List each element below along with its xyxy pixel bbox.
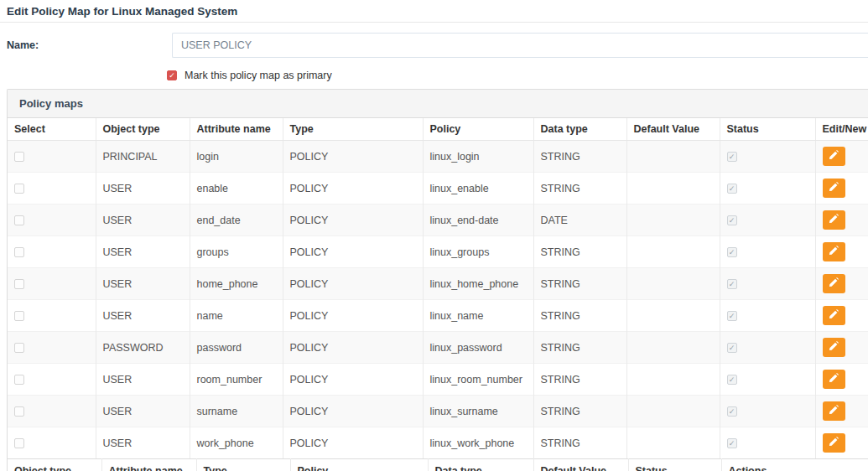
cell-type: POLICY	[283, 204, 423, 236]
panel-title: Policy maps	[8, 90, 868, 118]
cell-type: POLICY	[283, 332, 423, 364]
cell-object-type: USER	[96, 236, 190, 268]
pencil-icon	[829, 150, 839, 163]
edit-row-button[interactable]	[823, 401, 845, 421]
cell-data-type: STRING	[533, 173, 626, 204]
cell-policy: linux_name	[423, 300, 533, 332]
cell-object-type: USER	[96, 364, 190, 396]
cell-policy: linux_work_phone	[423, 427, 533, 459]
name-input[interactable]	[172, 33, 868, 58]
pencil-icon	[829, 373, 839, 386]
column-header: Attribute name	[101, 459, 196, 471]
cell-attribute-name: room_number	[190, 364, 283, 396]
row-select-checkbox[interactable]	[14, 215, 24, 225]
name-field-row: Name:	[7, 33, 868, 58]
new-form-header-row: Object typeAttribute nameTypePolicyData …	[8, 459, 868, 471]
row-select-checkbox[interactable]	[14, 406, 24, 417]
column-header: Data type	[533, 118, 626, 141]
cell-type: POLICY	[283, 300, 423, 332]
cell-data-type: STRING	[533, 427, 626, 459]
cell-attribute-name: home_phone	[190, 268, 283, 300]
column-header: Default Value	[533, 459, 628, 471]
name-label: Name:	[7, 33, 172, 51]
cell-default-value	[626, 300, 720, 332]
edit-row-button[interactable]	[823, 179, 845, 198]
row-status-checkbox: ✓	[727, 247, 737, 257]
row-select-checkbox[interactable]	[14, 375, 24, 385]
cell-policy: linux_login	[423, 141, 533, 173]
cell-type: POLICY	[283, 141, 423, 173]
row-status-checkbox: ✓	[727, 406, 737, 417]
cell-object-type: USER	[96, 300, 190, 332]
page-title: Edit Policy Map for Linux Managed System	[7, 5, 237, 18]
cell-data-type: STRING	[533, 396, 626, 427]
row-select-checkbox[interactable]	[14, 279, 24, 289]
row-status-checkbox: ✓	[727, 375, 737, 385]
edit-row-button[interactable]	[823, 147, 845, 166]
cell-type: POLICY	[283, 364, 423, 396]
cell-object-type: USER	[96, 268, 190, 300]
title-bar: Edit Policy Map for Linux Managed System	[0, 0, 868, 23]
column-header: Data type	[428, 459, 533, 471]
cell-policy: linux_groups	[423, 236, 533, 268]
column-header: Policy	[290, 459, 428, 471]
new-mapping-form-table: Object typeAttribute nameTypePolicyData …	[8, 458, 868, 471]
cell-default-value	[626, 427, 720, 459]
primary-checkbox-label: Mark this policy map as primary	[185, 70, 332, 81]
cell-data-type: DATE	[533, 204, 626, 236]
table-row: USER end_date POLICY linux_end-date DATE…	[8, 204, 868, 236]
row-status-checkbox: ✓	[727, 311, 737, 321]
column-header: Select	[8, 118, 96, 141]
row-select-checkbox[interactable]	[14, 343, 24, 353]
cell-attribute-name: surname	[190, 396, 283, 427]
pencil-icon	[829, 437, 839, 449]
cell-object-type: USER	[96, 396, 190, 427]
table-header-row: SelectObject typeAttribute nameTypePolic…	[8, 118, 868, 141]
cell-default-value	[626, 204, 720, 236]
cell-policy: linux_surname	[423, 396, 533, 427]
pencil-icon	[829, 246, 839, 258]
row-select-checkbox[interactable]	[14, 184, 24, 194]
row-select-checkbox[interactable]	[14, 152, 24, 162]
cell-attribute-name: login	[190, 141, 283, 173]
table-row: USER groups POLICY linux_groups STRING ✓	[8, 236, 868, 268]
cell-object-type: PASSWORD	[96, 332, 190, 364]
primary-checkbox-row: ✓ Mark this policy map as primary	[167, 70, 868, 81]
pencil-icon	[829, 277, 839, 290]
edit-row-button[interactable]	[823, 242, 845, 261]
column-header: Attribute name	[190, 118, 283, 141]
column-header: Type	[283, 118, 423, 141]
cell-attribute-name: name	[190, 300, 283, 332]
edit-row-button[interactable]	[823, 338, 845, 357]
cell-attribute-name: end_date	[190, 204, 283, 236]
edit-row-button[interactable]	[823, 433, 845, 453]
row-select-checkbox[interactable]	[14, 311, 24, 321]
cell-policy: linux_enable	[423, 173, 533, 204]
row-status-checkbox: ✓	[727, 184, 737, 194]
edit-row-button[interactable]	[823, 370, 845, 389]
cell-default-value	[626, 332, 720, 364]
cell-default-value	[626, 236, 720, 268]
row-status-checkbox: ✓	[727, 343, 737, 353]
primary-checkbox[interactable]: ✓	[167, 70, 177, 80]
cell-data-type: STRING	[533, 141, 626, 173]
cell-default-value	[626, 141, 720, 173]
cell-attribute-name: enable	[190, 173, 283, 204]
row-select-checkbox[interactable]	[14, 247, 24, 257]
pencil-icon	[829, 341, 839, 354]
edit-row-button[interactable]	[823, 210, 845, 230]
column-header: Actions	[721, 459, 868, 471]
cell-attribute-name: groups	[190, 236, 283, 268]
edit-row-button[interactable]	[823, 274, 845, 293]
table-row: USER surname POLICY linux_surname STRING…	[8, 396, 868, 427]
cell-data-type: STRING	[533, 300, 626, 332]
row-status-checkbox: ✓	[727, 438, 737, 448]
edit-row-button[interactable]	[823, 306, 845, 325]
cell-type: POLICY	[283, 173, 423, 204]
row-select-checkbox[interactable]	[14, 438, 24, 448]
table-row: PRINCIPAL login POLICY linux_login STRIN…	[8, 141, 868, 173]
column-header: Edit/New	[815, 118, 868, 141]
cell-data-type: STRING	[533, 268, 626, 300]
row-status-checkbox: ✓	[727, 152, 737, 162]
column-header: Object type	[96, 118, 190, 141]
